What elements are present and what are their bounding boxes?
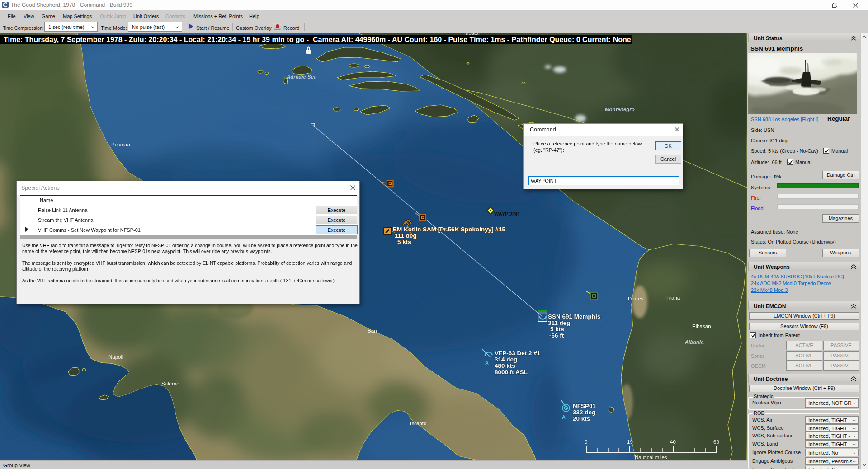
svg-text:Montenegro: Montenegro <box>605 107 635 112</box>
svg-text:Tirana: Tirana <box>665 295 680 300</box>
svg-text:A: A <box>485 360 489 366</box>
svg-text:60: 60 <box>713 439 719 445</box>
svg-text:Adriatic Sea: Adriatic Sea <box>286 74 317 80</box>
svg-text:Salerno: Salerno <box>161 381 179 386</box>
svg-text:Pescara: Pescara <box>111 142 131 147</box>
svg-text:480 kts: 480 kts <box>495 362 515 369</box>
svg-text:332 deg: 332 deg <box>573 409 595 416</box>
svg-text:5 kts: 5 kts <box>550 326 564 333</box>
svg-text:EM Kotlin SAM [Pr.56K Spokoiny: EM Kotlin SAM [Pr.56K Spokoinyy] #15 <box>393 226 506 233</box>
svg-text:19: 19 <box>627 439 633 445</box>
svg-text:SSN 691 Memphis: SSN 691 Memphis <box>548 313 600 320</box>
svg-text:Durres: Durres <box>628 296 644 301</box>
svg-text:111 deg: 111 deg <box>395 232 417 239</box>
svg-text:5 kts: 5 kts <box>397 239 411 245</box>
svg-text:-66 ft: -66 ft <box>549 332 564 339</box>
svg-text:Elbasan: Elbasan <box>692 324 711 329</box>
svg-text:311 deg: 311 deg <box>548 319 571 326</box>
svg-text:8000 ft ASL: 8000 ft ASL <box>495 369 528 375</box>
svg-text:20 kts: 20 kts <box>573 415 590 422</box>
svg-text:WAYPOINT: WAYPOINT <box>494 211 520 216</box>
svg-text:Napoli: Napoli <box>108 354 123 360</box>
svg-text:Bari: Bari <box>368 328 377 333</box>
svg-text:40: 40 <box>670 439 676 445</box>
svg-text:VFP-63 Det 2 #1: VFP-63 Det 2 #1 <box>495 350 541 356</box>
svg-text:Taranto: Taranto <box>409 421 426 426</box>
svg-text:A: A <box>562 414 566 420</box>
svg-text:Nautical miles: Nautical miles <box>635 455 667 460</box>
svg-text:Albania: Albania <box>684 339 704 345</box>
svg-text:314 deg: 314 deg <box>495 356 517 363</box>
svg-text:NFSP01: NFSP01 <box>573 403 596 409</box>
svg-text:0: 0 <box>585 439 587 445</box>
